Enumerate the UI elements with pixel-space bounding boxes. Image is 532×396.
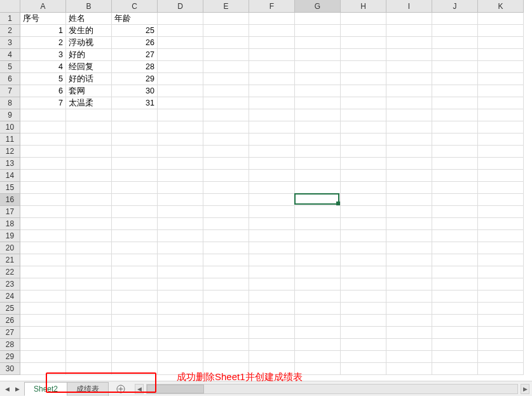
cell-E2[interactable] xyxy=(203,25,249,37)
cell-C24[interactable] xyxy=(112,290,158,303)
cell-J5[interactable] xyxy=(432,61,478,73)
cell-B22[interactable] xyxy=(66,266,112,278)
cell-D12[interactable] xyxy=(158,146,203,158)
cell-A22[interactable] xyxy=(20,266,66,278)
row-header-17[interactable]: 17 xyxy=(0,206,20,218)
cell-C13[interactable] xyxy=(112,158,158,170)
cell-H3[interactable] xyxy=(341,37,386,49)
cell-A14[interactable] xyxy=(20,170,66,182)
cell-G15[interactable] xyxy=(295,182,341,194)
cell-K14[interactable] xyxy=(478,170,524,182)
cell-H22[interactable] xyxy=(341,266,386,278)
cell-B26[interactable] xyxy=(66,315,112,327)
cell-J3[interactable] xyxy=(432,37,478,49)
cell-H6[interactable] xyxy=(341,73,386,85)
cell-K21[interactable] xyxy=(478,254,524,266)
cell-E3[interactable] xyxy=(203,37,249,49)
cell-C11[interactable] xyxy=(112,133,158,146)
cell-J28[interactable] xyxy=(432,339,478,351)
cell-D27[interactable] xyxy=(158,327,203,339)
cell-H5[interactable] xyxy=(341,61,386,73)
cell-B23[interactable] xyxy=(66,278,112,290)
cell-D5[interactable] xyxy=(158,61,203,73)
cell-H7[interactable] xyxy=(341,85,386,97)
cell-C28[interactable] xyxy=(112,339,158,351)
cell-C20[interactable] xyxy=(112,242,158,254)
cell-D2[interactable] xyxy=(158,25,203,37)
cell-A6[interactable]: 5 xyxy=(20,73,66,85)
cell-A5[interactable]: 4 xyxy=(20,61,66,73)
cell-H17[interactable] xyxy=(341,206,386,218)
cell-E29[interactable] xyxy=(203,351,249,363)
cell-D14[interactable] xyxy=(158,170,203,182)
cell-I18[interactable] xyxy=(386,218,432,230)
cell-I1[interactable] xyxy=(386,13,432,25)
cell-J4[interactable] xyxy=(432,49,478,61)
cell-F23[interactable] xyxy=(249,278,295,290)
cell-G11[interactable] xyxy=(295,133,341,146)
cell-E9[interactable] xyxy=(203,109,249,121)
cell-H26[interactable] xyxy=(341,315,386,327)
cell-F14[interactable] xyxy=(249,170,295,182)
cell-B20[interactable] xyxy=(66,242,112,254)
cell-C18[interactable] xyxy=(112,218,158,230)
cell-E16[interactable] xyxy=(203,194,249,206)
cell-K7[interactable] xyxy=(478,85,524,97)
cell-A21[interactable] xyxy=(20,254,66,266)
cell-G14[interactable] xyxy=(295,170,341,182)
row-header-24[interactable]: 24 xyxy=(0,290,20,303)
cell-F28[interactable] xyxy=(249,339,295,351)
cell-H13[interactable] xyxy=(341,158,386,170)
cell-D16[interactable] xyxy=(158,194,203,206)
cell-D11[interactable] xyxy=(158,133,203,146)
col-header-B[interactable]: B xyxy=(66,0,112,13)
cell-H16[interactable] xyxy=(341,194,386,206)
cell-D28[interactable] xyxy=(158,339,203,351)
cell-H24[interactable] xyxy=(341,290,386,303)
cell-K19[interactable] xyxy=(478,230,524,242)
cell-A19[interactable] xyxy=(20,230,66,242)
row-header-29[interactable]: 29 xyxy=(0,351,20,363)
cell-J20[interactable] xyxy=(432,242,478,254)
cell-H21[interactable] xyxy=(341,254,386,266)
cell-K24[interactable] xyxy=(478,290,524,303)
row-header-6[interactable]: 6 xyxy=(0,73,20,85)
cell-D25[interactable] xyxy=(158,303,203,315)
cell-A1[interactable]: 序号 xyxy=(20,13,66,25)
cell-I2[interactable] xyxy=(386,25,432,37)
cell-C27[interactable] xyxy=(112,327,158,339)
cell-A17[interactable] xyxy=(20,206,66,218)
cell-I7[interactable] xyxy=(386,85,432,97)
cell-B9[interactable] xyxy=(66,109,112,121)
cell-F9[interactable] xyxy=(249,109,295,121)
cell-K20[interactable] xyxy=(478,242,524,254)
cell-A30[interactable] xyxy=(20,363,66,375)
cell-I30[interactable] xyxy=(386,363,432,375)
cell-G5[interactable] xyxy=(295,61,341,73)
cell-I13[interactable] xyxy=(386,158,432,170)
col-header-I[interactable]: I xyxy=(386,0,432,13)
cell-F8[interactable] xyxy=(249,97,295,109)
cell-C29[interactable] xyxy=(112,351,158,363)
cell-G19[interactable] xyxy=(295,230,341,242)
cell-H11[interactable] xyxy=(341,133,386,146)
cell-F18[interactable] xyxy=(249,218,295,230)
cell-H14[interactable] xyxy=(341,170,386,182)
cell-F26[interactable] xyxy=(249,315,295,327)
cell-J11[interactable] xyxy=(432,133,478,146)
cell-G1[interactable] xyxy=(295,13,341,25)
cell-G8[interactable] xyxy=(295,97,341,109)
cell-D15[interactable] xyxy=(158,182,203,194)
cell-I17[interactable] xyxy=(386,206,432,218)
cell-G9[interactable] xyxy=(295,109,341,121)
cell-J8[interactable] xyxy=(432,97,478,109)
cell-K29[interactable] xyxy=(478,351,524,363)
cell-J17[interactable] xyxy=(432,206,478,218)
cell-F22[interactable] xyxy=(249,266,295,278)
cell-E5[interactable] xyxy=(203,61,249,73)
row-header-19[interactable]: 19 xyxy=(0,230,20,242)
cell-G26[interactable] xyxy=(295,315,341,327)
row-header-2[interactable]: 2 xyxy=(0,25,20,37)
cell-I25[interactable] xyxy=(386,303,432,315)
cell-G24[interactable] xyxy=(295,290,341,303)
